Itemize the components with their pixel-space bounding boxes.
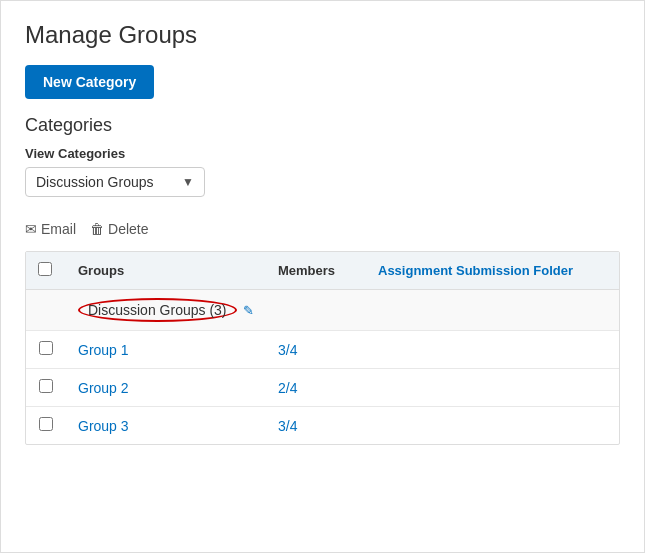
delete-toolbar-item[interactable]: 🗑 Delete xyxy=(90,221,148,237)
groups-table-container: Groups Members Assignment Submission Fol… xyxy=(25,251,620,445)
row2-group-name: Group 2 xyxy=(66,369,266,407)
table-row: Group 3 3/4 xyxy=(26,407,619,445)
page-container: Manage Groups New Category Categories Vi… xyxy=(0,0,645,553)
header-members: Members xyxy=(266,252,366,290)
trash-icon: 🗑 xyxy=(90,221,104,237)
groups-table: Groups Members Assignment Submission Fol… xyxy=(26,252,619,444)
view-categories-label: View Categories xyxy=(25,146,620,161)
toolbar: ✉ Email 🗑 Delete xyxy=(25,217,620,241)
category-name: Discussion Groups (3) xyxy=(78,298,237,322)
row2-checkbox-cell xyxy=(26,369,66,407)
chevron-down-icon: ▼ xyxy=(182,175,194,189)
row3-assignment xyxy=(366,407,619,445)
view-categories-dropdown[interactable]: Discussion Groups ▼ xyxy=(25,167,205,197)
row3-checkbox[interactable] xyxy=(39,417,53,431)
group3-link[interactable]: Group 3 xyxy=(78,418,129,434)
header-groups: Groups xyxy=(66,252,266,290)
row3-checkbox-cell xyxy=(26,407,66,445)
category-label: Discussion Groups (3) ✎ xyxy=(78,298,254,322)
email-label: Email xyxy=(41,221,76,237)
category-row: Discussion Groups (3) ✎ xyxy=(26,290,619,331)
row1-checkbox-cell xyxy=(26,331,66,369)
row1-members: 3/4 xyxy=(266,331,366,369)
edit-category-icon[interactable]: ✎ xyxy=(243,303,254,318)
row2-members: 2/4 xyxy=(266,369,366,407)
row2-assignment xyxy=(366,369,619,407)
table-row: Group 2 2/4 xyxy=(26,369,619,407)
group1-link[interactable]: Group 1 xyxy=(78,342,129,358)
header-checkbox-cell xyxy=(26,252,66,290)
email-icon: ✉ xyxy=(25,221,37,237)
select-all-checkbox[interactable] xyxy=(38,262,52,276)
row1-assignment xyxy=(366,331,619,369)
row1-checkbox[interactable] xyxy=(39,341,53,355)
row2-checkbox[interactable] xyxy=(39,379,53,393)
dropdown-selected-value: Discussion Groups xyxy=(36,174,154,190)
category-checkbox-cell xyxy=(26,290,66,331)
table-row: Group 1 3/4 xyxy=(26,331,619,369)
email-toolbar-item[interactable]: ✉ Email xyxy=(25,221,76,237)
row3-group-name: Group 3 xyxy=(66,407,266,445)
new-category-button[interactable]: New Category xyxy=(25,65,154,99)
header-assignment: Assignment Submission Folder xyxy=(366,252,619,290)
delete-label: Delete xyxy=(108,221,148,237)
category-label-cell: Discussion Groups (3) ✎ xyxy=(66,290,619,331)
row3-members: 3/4 xyxy=(266,407,366,445)
page-title: Manage Groups xyxy=(25,21,620,49)
group2-link[interactable]: Group 2 xyxy=(78,380,129,396)
section-title: Categories xyxy=(25,115,620,136)
row1-group-name: Group 1 xyxy=(66,331,266,369)
table-header-row: Groups Members Assignment Submission Fol… xyxy=(26,252,619,290)
